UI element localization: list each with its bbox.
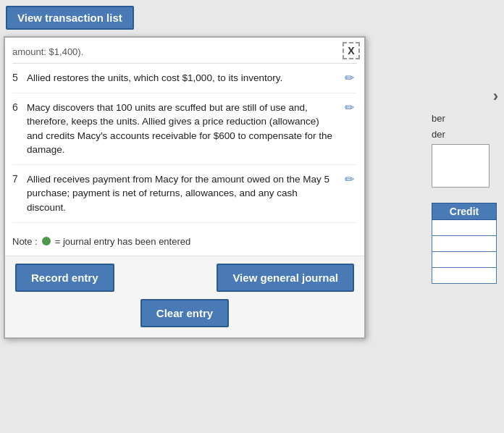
record-entry-button[interactable]: Record entry xyxy=(15,264,114,292)
credit-row-1[interactable] xyxy=(432,220,497,236)
credit-header: Credit xyxy=(432,203,497,220)
credit-row-2[interactable] xyxy=(432,236,497,252)
note-prefix: Note : xyxy=(12,236,38,247)
credit-row-4[interactable] xyxy=(432,268,497,284)
row-text-5: Allied restores the units, which cost $1… xyxy=(27,71,357,85)
right-panel: ber der xyxy=(432,112,497,188)
buttons-section: Record entry View general journal Clear … xyxy=(5,256,364,337)
view-transaction-list-button[interactable]: View transaction list xyxy=(6,6,134,30)
transaction-row: 7 Allied receives payment from Macy for … xyxy=(12,165,357,223)
credit-row-3[interactable] xyxy=(432,252,497,268)
panel-label-line2: der xyxy=(432,128,497,141)
edit-icon-5[interactable]: ✏ xyxy=(345,71,354,85)
transaction-row: 6 Macy discovers that 100 units are scuf… xyxy=(12,93,357,165)
note-section: Note : = journal entry has been entered xyxy=(5,229,364,256)
edit-icon-6[interactable]: ✏ xyxy=(345,101,354,114)
view-general-journal-button[interactable]: View general journal xyxy=(217,264,354,292)
panel-input-box[interactable] xyxy=(432,144,490,188)
modal-close-button[interactable]: X xyxy=(343,42,360,59)
row-number-6: 6 xyxy=(12,101,27,113)
note-suffix: = journal entry has been entered xyxy=(55,236,191,247)
buttons-row-2: Clear entry xyxy=(15,299,354,327)
panel-label-line1: ber xyxy=(432,112,497,125)
row-number-5: 5 xyxy=(12,71,27,83)
truncated-text: amount: $1,400). xyxy=(12,43,357,64)
green-dot-icon xyxy=(42,237,51,245)
row-text-6: Macy discovers that 100 units are scuffe… xyxy=(27,101,357,157)
row-number-7: 7 xyxy=(12,172,27,185)
edit-icon-7[interactable]: ✏ xyxy=(345,172,354,186)
main-container: View transaction list › ber der Credit X… xyxy=(0,0,504,433)
row-text-7: Allied receives payment from Macy for th… xyxy=(27,172,357,215)
right-arrow-icon[interactable]: › xyxy=(493,87,498,106)
modal-content: amount: $1,400). 5 Allied restores the u… xyxy=(5,38,364,229)
credit-section: Credit xyxy=(432,203,497,284)
transaction-row: 5 Allied restores the units, which cost … xyxy=(12,64,357,93)
buttons-row-1: Record entry View general journal xyxy=(15,264,354,292)
transaction-modal: X amount: $1,400). 5 Allied restores the… xyxy=(4,36,366,339)
clear-entry-button[interactable]: Clear entry xyxy=(140,299,229,327)
